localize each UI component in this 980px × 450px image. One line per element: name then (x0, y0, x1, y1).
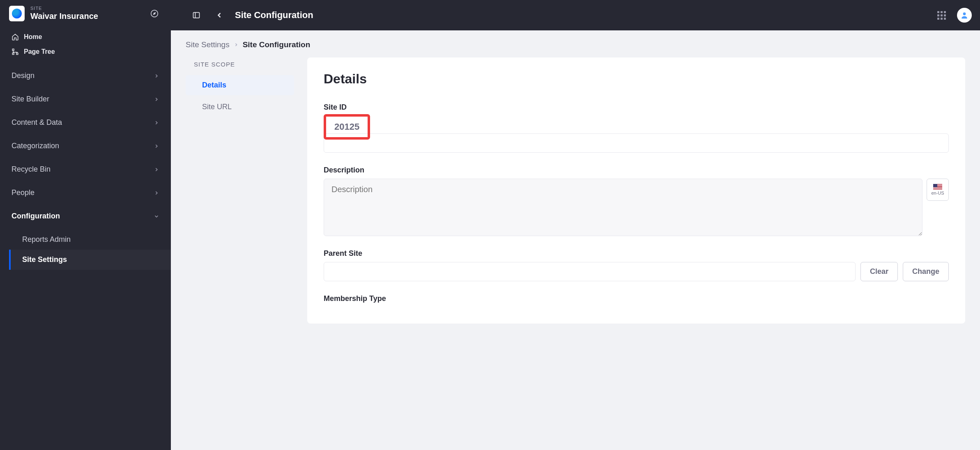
nav-home[interactable]: Home (4, 30, 167, 44)
membership-type-label: Membership Type (324, 294, 949, 303)
topbar: Site Configuration (171, 0, 980, 30)
chevron-right-icon (154, 190, 159, 196)
avatar[interactable] (957, 8, 972, 23)
clear-button[interactable]: Clear (860, 262, 898, 281)
svg-point-7 (963, 12, 966, 15)
site-id-highlight: 20125 (324, 114, 370, 140)
svg-marker-1 (153, 12, 156, 15)
nav-people[interactable]: People (0, 181, 171, 204)
parent-site-input[interactable] (324, 262, 856, 281)
sidemenu-site-url[interactable]: Site URL (186, 97, 294, 117)
parent-site-label: Parent Site (324, 249, 949, 258)
nav-recycle-bin[interactable]: Recycle Bin (0, 158, 171, 181)
nav-reports-admin[interactable]: Reports Admin (9, 230, 171, 250)
breadcrumb-parent[interactable]: Site Settings (186, 40, 230, 49)
chevron-right-icon (154, 167, 159, 172)
apps-grid-icon[interactable] (934, 8, 949, 23)
nav-main: Design Site Builder Content & Data Categ… (0, 62, 171, 274)
panel-heading: Details (324, 71, 949, 87)
chevron-right-icon (154, 73, 159, 79)
site-eyebrow: SITE (30, 6, 141, 11)
page-title: Site Configuration (235, 10, 313, 21)
nav-content-data[interactable]: Content & Data (0, 111, 171, 134)
nav-configuration[interactable]: Configuration (0, 204, 171, 228)
chevron-right-icon (234, 42, 239, 47)
change-button[interactable]: Change (903, 262, 949, 281)
site-id-value: 20125 (327, 117, 367, 136)
sidemenu-details[interactable]: Details (186, 75, 294, 95)
svg-rect-5 (193, 12, 200, 18)
sidemenu: SITE SCOPE Details Site URL (186, 57, 294, 119)
nav-site-builder[interactable]: Site Builder (0, 87, 171, 111)
site-id-input (324, 133, 949, 153)
chevron-right-icon (154, 143, 159, 149)
nav-page-tree-label: Page Tree (24, 48, 55, 55)
user-icon (960, 11, 968, 19)
description-textarea[interactable] (324, 179, 922, 236)
chevron-right-icon (154, 96, 159, 102)
sidebar: SITE Waivar Insurance Home Page Tr (0, 0, 171, 450)
nav-page-tree[interactable]: Page Tree (4, 44, 167, 59)
svg-rect-2 (12, 49, 14, 51)
site-logo[interactable] (9, 6, 25, 21)
back-button[interactable] (212, 8, 227, 23)
chevron-down-icon (154, 214, 159, 219)
nav-site-settings[interactable]: Site Settings (9, 250, 171, 270)
nav-design[interactable]: Design (0, 64, 171, 87)
locale-code: en-US (931, 191, 944, 195)
home-icon (12, 33, 19, 41)
nav-home-label: Home (24, 33, 42, 41)
description-label: Description (324, 166, 949, 174)
flag-us-icon (933, 184, 942, 190)
locale-selector[interactable]: en-US (927, 179, 949, 201)
breadcrumb-current: Site Configuration (243, 40, 311, 49)
site-id-label: Site ID (324, 103, 949, 112)
svg-rect-3 (12, 53, 14, 55)
details-panel: Details Site ID 20125 Description (307, 57, 965, 324)
svg-rect-4 (16, 53, 18, 55)
sidemenu-heading: SITE SCOPE (186, 57, 294, 73)
nav-categorization[interactable]: Categorization (0, 134, 171, 158)
site-title: Waivar Insurance (30, 11, 141, 21)
compass-icon[interactable] (147, 6, 162, 21)
breadcrumb: Site Settings Site Configuration (186, 38, 965, 57)
panel-toggle-icon[interactable] (189, 8, 204, 23)
chevron-right-icon (154, 120, 159, 126)
tree-icon (12, 48, 19, 55)
sidebar-header: SITE Waivar Insurance (0, 0, 171, 27)
